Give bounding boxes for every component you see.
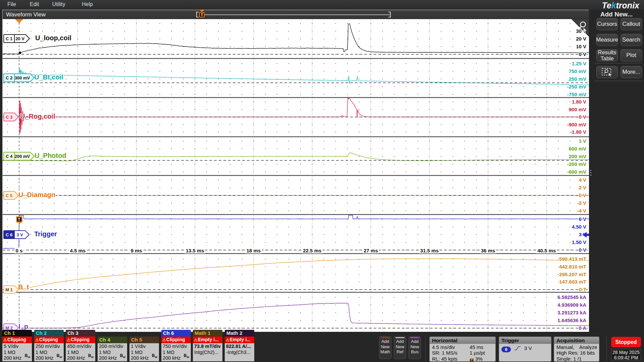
add-new-bus-button[interactable]: AddNewBus xyxy=(409,336,421,359)
slice-separators xyxy=(3,59,589,293)
run-state-button[interactable]: Stopped xyxy=(611,337,641,347)
scale-label-m1: 147.603 mT xyxy=(559,279,586,285)
sidebar-button-measure[interactable]: Measure xyxy=(596,34,618,46)
minimap-left-bracket[interactable] xyxy=(196,12,199,17)
trigger-source-pill: 6 xyxy=(501,347,511,352)
minimap-right-bracket[interactable] xyxy=(388,12,391,17)
scale-label-c5: 0 V xyxy=(579,193,586,198)
acquisition-panel[interactable]: AcquisitionManual,AnalyzeHigh Res: 16 bi… xyxy=(554,337,599,362)
bottom-badge-math2[interactable]: Math 2⚠Empty i...822.81 A/...-Intg(Ch3..… xyxy=(225,330,254,361)
logo-k: k xyxy=(611,1,616,10)
acquisition-value: High Res: 16 bits xyxy=(556,350,595,356)
addnew-line: Bus xyxy=(409,349,421,355)
panel-drag-handle[interactable] xyxy=(589,169,592,177)
channel-badge-c1[interactable]: C 120 V xyxy=(3,34,30,43)
trace-label-c6: Trigger xyxy=(34,230,57,238)
minimap-track[interactable] xyxy=(204,14,390,15)
scale-label-m2: 6.582545 kA xyxy=(557,295,586,300)
sidebar-add-new: Add New... CursorsCalloutMeasureSearchRe… xyxy=(590,10,644,332)
bottom-badge-settings: 200 mV/div1 MΩ200 kHzBW xyxy=(98,343,127,361)
channel-badge-c3[interactable]: C 3 xyxy=(3,113,19,121)
bottom-badge-ch3[interactable]: Ch 3⚠Clipping450 mV/div1 MΩ200 kHzBW xyxy=(66,330,95,361)
menu-utility[interactable]: Utility xyxy=(52,1,65,7)
horizontal-value: RL: 45 kpts xyxy=(432,356,458,362)
badge-setting-row: 200 mV/div xyxy=(99,344,126,350)
bottom-badge-ch5[interactable]: Ch 51 V/div1 MΩ200 kHzBW xyxy=(129,337,159,361)
bottom-badge-settings: 750 mV/div1 MΩ200 kHzBW xyxy=(161,343,191,361)
scale-label-c6: 1.50 V xyxy=(572,240,586,245)
scale-label-c2: 1.25 V xyxy=(572,61,586,66)
sidebar-button-cursors[interactable]: Cursors xyxy=(596,18,618,30)
acquisition-value: Manual, xyxy=(556,344,574,350)
trace-label-c5: U_Diamagn xyxy=(18,191,55,199)
bottom-badge-settings: 450 mV/div1 MΩ200 kHzBW xyxy=(66,343,95,361)
bottom-badge-math1[interactable]: Math 1⚠Empty i...73.8 mT/divIntg(Ch2)... xyxy=(193,330,222,361)
channel-badge-c4[interactable]: C 4200 mV xyxy=(3,152,35,161)
channel-badge-part: 3 V xyxy=(16,232,23,237)
scale-label-c1: 0 V xyxy=(579,52,586,57)
trigger-point-marker xyxy=(19,52,21,54)
add-new-math-button[interactable]: AddNewMath xyxy=(379,336,391,359)
trace-label-m2: I_p xyxy=(18,323,28,330)
sidebar-button-more[interactable]: More... xyxy=(621,66,642,78)
scale-label-c2: 250 mV xyxy=(569,76,586,82)
shape-rect xyxy=(587,234,589,236)
zoom-select-button[interactable] xyxy=(596,66,618,78)
scale-label-c6: 0 V xyxy=(579,247,586,253)
horizontal-value: 1 µs/pt xyxy=(470,350,485,356)
addnew-line: Ref xyxy=(394,349,406,355)
acquisition-value: Analyze xyxy=(579,344,597,350)
scale-label-c4: 200 mV xyxy=(569,154,586,159)
scale-label-m1: 0 T xyxy=(579,287,586,292)
menu-file[interactable]: File xyxy=(7,1,16,7)
bottom-badge-ch1[interactable]: Ch 1⚠Clipping5 V/div1 MΩ200 kHzBW xyxy=(2,330,32,361)
scale-label-c4: 600 mV xyxy=(569,146,586,152)
drag-dot xyxy=(590,170,591,171)
horizontal-row: RL: 45 kptsT3% xyxy=(432,356,493,362)
sidebar-button-callout[interactable]: Callout xyxy=(621,18,642,30)
scale-label-c3: -1.80 V xyxy=(570,129,586,135)
channel-badge-m1[interactable]: M 1 xyxy=(3,285,19,294)
badge-setting-row: 750 mV/div xyxy=(163,344,190,350)
menu-help[interactable]: Help xyxy=(82,1,93,7)
trigger-panel[interactable]: Trigger63 V xyxy=(499,337,551,362)
scale-label-c2: -250 mV xyxy=(567,84,586,89)
bottom-badge-ch4[interactable]: Ch 4200 mV/div1 MΩ200 kHzBW xyxy=(98,337,127,361)
bottom-badge-ch2[interactable]: Ch 2⚠Clipping250 mV/div1 MΩ200 kHzBW xyxy=(34,330,64,361)
zoom-corner-button[interactable] xyxy=(572,19,589,37)
add-new-ref-button[interactable]: AddNewRef xyxy=(394,336,406,359)
bottom-badge-warning: ⚠Clipping xyxy=(161,337,191,343)
bottom-badge-settings: 250 mV/div1 MΩ200 kHzBW xyxy=(34,343,64,361)
warning-text: Empty i... xyxy=(198,337,219,342)
badge-setting-row: 1 V/div xyxy=(131,344,158,350)
trace-label-c3: U_Rog,coil xyxy=(20,113,55,120)
menu-edit[interactable]: Edit xyxy=(30,1,39,7)
warning-icon: ⚠ xyxy=(3,338,7,342)
sidebar-button-search[interactable]: Search xyxy=(621,34,642,46)
scale-label-c4: 1 V xyxy=(579,138,586,144)
channel-badge-c6[interactable]: C 63 V xyxy=(3,230,30,239)
bottom-badge-title: Ch 1 xyxy=(2,330,32,337)
minimap-trigger-marker[interactable]: T xyxy=(199,12,205,17)
channel-badge-c2[interactable]: C 2300 mV xyxy=(3,73,35,82)
horizontal-row: 4.5 ms/div45 ms xyxy=(432,344,493,350)
addnew-line: New xyxy=(394,344,406,350)
scale-label-c3: -900 mV xyxy=(567,122,586,127)
trigger-position-marker[interactable] xyxy=(15,19,23,23)
channel-badge-part: 300 mV xyxy=(15,75,30,80)
sidebar-button-plot[interactable]: Plot xyxy=(621,49,642,61)
trigger-source-badge[interactable]: T xyxy=(16,216,22,223)
sidebar-button-results-table[interactable]: Results Table xyxy=(596,49,618,61)
trigger-level-arrow[interactable] xyxy=(582,232,589,239)
date-text: 28 May 2025 xyxy=(611,350,641,355)
bottom-badge-ch6[interactable]: Ch 6⚠Clipping750 mV/div1 MΩ200 kHzBW xyxy=(161,330,191,361)
accent-line xyxy=(395,337,405,338)
subscript-text: W xyxy=(123,356,125,359)
channel-badge-part: C 6 xyxy=(6,232,12,237)
sidebar-title: Add New... xyxy=(590,11,643,18)
channel-badge-c5[interactable]: C 5 xyxy=(3,191,19,200)
horizontal-panel[interactable]: Horizontal4.5 ms/div45 msSR: 1 MS/s1 µs/… xyxy=(429,337,496,362)
addnew-line: New xyxy=(379,344,391,350)
sidebar-separator xyxy=(595,63,642,63)
waveform-view-titlebar: Waveform View T xyxy=(3,10,589,19)
